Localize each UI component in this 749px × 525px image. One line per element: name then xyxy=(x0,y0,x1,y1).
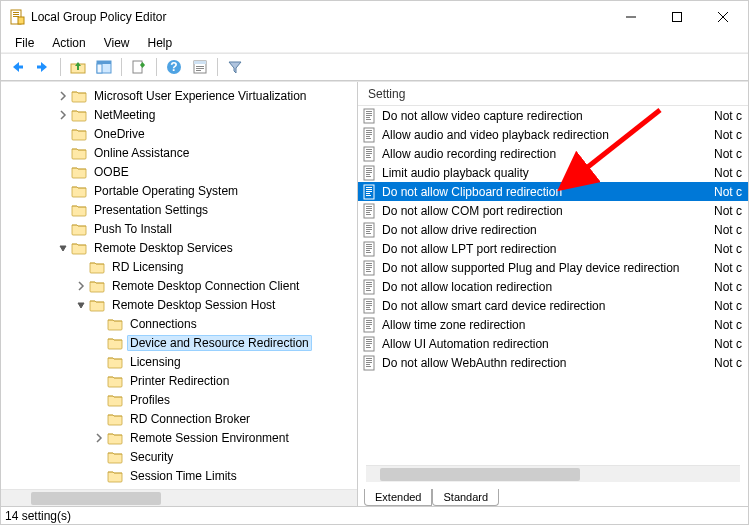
tree-item[interactable]: RD Connection Broker xyxy=(1,409,357,428)
detail-tabs: Extended Standard xyxy=(358,484,748,506)
svg-rect-91 xyxy=(366,322,372,323)
tree-item[interactable]: Portable Operating System xyxy=(1,181,357,200)
setting-row[interactable]: Limit audio playback qualityNot c xyxy=(358,163,748,182)
tree-item[interactable]: OneDrive xyxy=(1,124,357,143)
setting-row[interactable]: Do not allow Clipboard redirectionNot c xyxy=(358,182,748,201)
tree-item[interactable]: Profiles xyxy=(1,390,357,409)
show-hide-tree-button[interactable] xyxy=(92,55,116,79)
tree-item[interactable]: RD Licensing xyxy=(1,257,357,276)
menu-view[interactable]: View xyxy=(96,34,138,52)
svg-rect-85 xyxy=(366,303,372,304)
svg-text:?: ? xyxy=(170,60,177,74)
setting-state: Not c xyxy=(714,356,748,370)
svg-rect-1 xyxy=(13,12,19,13)
setting-state: Not c xyxy=(714,261,748,275)
tree-item-label: RD Connection Broker xyxy=(127,411,253,427)
svg-rect-64 xyxy=(366,233,371,234)
expand-icon[interactable] xyxy=(55,110,71,120)
tree-item[interactable]: Device and Resource Redirection xyxy=(1,333,357,352)
setting-name: Do not allow WebAuthn redirection xyxy=(382,356,710,370)
close-button[interactable] xyxy=(700,2,746,32)
expand-icon[interactable] xyxy=(73,281,89,291)
export-button[interactable] xyxy=(127,55,151,79)
tree-item[interactable]: Remote Desktop Session Host xyxy=(1,295,357,314)
setting-row[interactable]: Allow audio and video playback redirecti… xyxy=(358,125,748,144)
setting-row[interactable]: Do not allow drive redirectionNot c xyxy=(358,220,748,239)
tree-item[interactable]: Push To Install xyxy=(1,219,357,238)
tree-item[interactable]: OOBE xyxy=(1,162,357,181)
setting-row[interactable]: Do not allow COM port redirectionNot c xyxy=(358,201,748,220)
svg-rect-30 xyxy=(366,130,372,131)
setting-row[interactable]: Do not allow smart card device redirecti… xyxy=(358,296,748,315)
folder-icon xyxy=(71,240,87,256)
tree-item[interactable]: Connections xyxy=(1,314,357,333)
folder-icon xyxy=(107,468,123,484)
setting-row[interactable]: Allow audio recording redirectionNot c xyxy=(358,144,748,163)
setting-row[interactable]: Do not allow supported Plug and Play dev… xyxy=(358,258,748,277)
tree-item-label: Push To Install xyxy=(91,221,175,237)
svg-rect-6 xyxy=(673,13,682,22)
menu-file[interactable]: File xyxy=(7,34,42,52)
setting-row[interactable]: Do not allow LPT port redirectionNot c xyxy=(358,239,748,258)
svg-rect-50 xyxy=(366,191,372,192)
collapse-icon[interactable] xyxy=(55,243,71,253)
tree-item[interactable]: Remote Desktop Services xyxy=(1,238,357,257)
setting-row[interactable]: Allow time zone redirectionNot c xyxy=(358,315,748,334)
expand-icon[interactable] xyxy=(91,433,107,443)
setting-row[interactable]: Do not allow location redirectionNot c xyxy=(358,277,748,296)
forward-button[interactable] xyxy=(31,55,55,79)
folder-icon xyxy=(107,373,123,389)
tree-item[interactable]: Online Assistance xyxy=(1,143,357,162)
maximize-button[interactable] xyxy=(654,2,700,32)
back-button[interactable] xyxy=(5,55,29,79)
svg-rect-56 xyxy=(366,210,372,211)
collapse-icon[interactable] xyxy=(73,300,89,310)
tree-item[interactable]: Licensing xyxy=(1,352,357,371)
svg-rect-57 xyxy=(366,212,370,213)
tree-item-label: Profiles xyxy=(127,392,173,408)
menu-help[interactable]: Help xyxy=(140,34,181,52)
tab-standard[interactable]: Standard xyxy=(432,489,499,506)
tree-item[interactable]: Security xyxy=(1,447,357,466)
tree-item[interactable]: Remote Session Environment xyxy=(1,428,357,447)
filter-button[interactable] xyxy=(223,55,247,79)
svg-rect-97 xyxy=(366,341,372,342)
tree-item[interactable]: Microsoft User Experience Virtualization xyxy=(1,86,357,105)
svg-rect-46 xyxy=(366,176,371,177)
setting-row[interactable]: Do not allow WebAuthn redirectionNot c xyxy=(358,353,748,372)
setting-state: Not c xyxy=(714,299,748,313)
tree[interactable]: Microsoft User Experience Virtualization… xyxy=(1,82,357,489)
detail-column-header[interactable]: Setting xyxy=(358,82,748,106)
folder-icon xyxy=(71,145,87,161)
setting-name: Allow audio recording redirection xyxy=(382,147,710,161)
minimize-button[interactable] xyxy=(608,2,654,32)
policy-icon xyxy=(362,241,378,257)
tree-item[interactable]: NetMeeting xyxy=(1,105,357,124)
svg-rect-58 xyxy=(366,214,371,215)
tree-scrollbar[interactable] xyxy=(1,489,357,506)
folder-icon xyxy=(107,430,123,446)
tab-extended[interactable]: Extended xyxy=(364,489,432,506)
menu-action[interactable]: Action xyxy=(44,34,93,52)
tree-item[interactable]: Session Time Limits xyxy=(1,466,357,485)
up-button[interactable] xyxy=(66,55,90,79)
properties-button[interactable] xyxy=(188,55,212,79)
help-button[interactable]: ? xyxy=(162,55,186,79)
setting-name: Do not allow video capture redirection xyxy=(382,109,710,123)
svg-rect-75 xyxy=(366,269,370,270)
expand-icon[interactable] xyxy=(55,91,71,101)
detail-scrollbar[interactable] xyxy=(366,465,740,482)
setting-name: Do not allow supported Plug and Play dev… xyxy=(382,261,710,275)
detail-list[interactable]: Do not allow video capture redirectionNo… xyxy=(358,106,748,465)
tree-item[interactable]: Printer Redirection xyxy=(1,371,357,390)
svg-rect-98 xyxy=(366,343,372,344)
setting-state: Not c xyxy=(714,223,748,237)
setting-row[interactable]: Allow UI Automation redirectionNot c xyxy=(358,334,748,353)
tree-item[interactable]: Remote Desktop Connection Client xyxy=(1,276,357,295)
svg-rect-44 xyxy=(366,172,372,173)
folder-icon xyxy=(107,411,123,427)
tree-item[interactable]: Presentation Settings xyxy=(1,200,357,219)
svg-rect-27 xyxy=(366,117,370,118)
setting-name: Allow time zone redirection xyxy=(382,318,710,332)
setting-row[interactable]: Do not allow video capture redirectionNo… xyxy=(358,106,748,125)
